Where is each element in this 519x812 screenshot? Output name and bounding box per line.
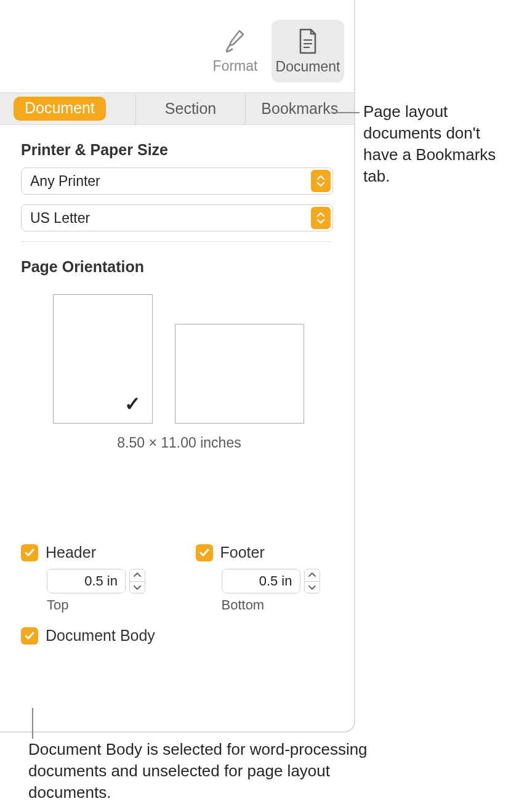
document-button[interactable]: Document bbox=[272, 20, 344, 82]
tab-document-label: Document bbox=[14, 97, 106, 121]
footer-margin-up[interactable] bbox=[305, 569, 320, 582]
printer-paper-title: Printer & Paper Size bbox=[21, 141, 333, 159]
inspector-toolbar: Format Document bbox=[0, 0, 354, 92]
paper-size-select[interactable]: US Letter bbox=[21, 204, 333, 231]
tab-bookmarks[interactable]: Bookmarks bbox=[246, 93, 354, 124]
document-inspector-panel: Format Document Document Section Bookma bbox=[0, 0, 355, 733]
document-body-checkbox-row: Document Body bbox=[21, 627, 333, 645]
orientation-section: Page Orientation ✓ 8.50 × 11.00 inches bbox=[0, 242, 354, 451]
header-margin-stepper: 0.5 in bbox=[47, 569, 159, 593]
paintbrush-icon bbox=[222, 28, 248, 54]
tab-section-label: Section bbox=[165, 100, 216, 118]
document-body-row: Document Body bbox=[0, 613, 354, 645]
format-button[interactable]: Format bbox=[199, 20, 272, 82]
header-margin-up[interactable] bbox=[130, 569, 145, 582]
orientation-options: ✓ bbox=[53, 294, 333, 424]
callout-document-body: Document Body is selected for word-proce… bbox=[28, 739, 373, 803]
callout-leader-line bbox=[331, 112, 360, 113]
header-sublabel: Top bbox=[47, 597, 159, 613]
printer-paper-section: Printer & Paper Size Any Printer US Lett… bbox=[0, 125, 354, 231]
document-label: Document bbox=[276, 58, 340, 75]
check-icon: ✓ bbox=[124, 392, 141, 416]
header-column: Header 0.5 in Top bbox=[21, 544, 159, 613]
paper-size-stepper[interactable] bbox=[311, 207, 331, 229]
footer-checkbox[interactable] bbox=[196, 544, 213, 561]
header-margin-buttons bbox=[129, 569, 145, 593]
header-checkbox[interactable] bbox=[21, 544, 38, 561]
format-label: Format bbox=[213, 58, 258, 74]
footer-margin-field[interactable]: 0.5 in bbox=[222, 569, 300, 593]
document-body-checkbox[interactable] bbox=[21, 627, 38, 645]
footer-label: Footer bbox=[220, 544, 265, 561]
callout-leader-line bbox=[32, 708, 33, 739]
header-checkbox-row: Header bbox=[21, 544, 159, 561]
tab-document[interactable]: Document bbox=[0, 93, 136, 124]
footer-checkbox-row: Footer bbox=[196, 544, 334, 561]
footer-sublabel: Bottom bbox=[222, 597, 334, 613]
header-margin-down[interactable] bbox=[130, 582, 145, 593]
footer-margin-buttons bbox=[304, 569, 320, 593]
inspector-tabbar: Document Section Bookmarks bbox=[0, 92, 354, 125]
header-margin-value: 0.5 in bbox=[84, 573, 118, 589]
footer-margin-down[interactable] bbox=[305, 582, 320, 593]
printer-select-value: Any Printer bbox=[30, 173, 100, 190]
footer-margin-stepper: 0.5 in bbox=[222, 569, 334, 593]
footer-column: Footer 0.5 in Bottom bbox=[196, 544, 334, 613]
header-label: Header bbox=[46, 544, 96, 561]
printer-select[interactable]: Any Printer bbox=[21, 167, 333, 195]
page-dimensions: 8.50 × 11.00 inches bbox=[53, 435, 305, 451]
callout-bookmarks: Page layout documents don't have a Bookm… bbox=[363, 101, 517, 187]
paper-size-value: US Letter bbox=[30, 210, 90, 227]
orientation-portrait[interactable]: ✓ bbox=[53, 294, 153, 424]
orientation-landscape[interactable] bbox=[175, 324, 304, 424]
document-icon bbox=[296, 28, 320, 55]
tab-section[interactable]: Section bbox=[136, 93, 245, 124]
footer-margin-value: 0.5 in bbox=[259, 573, 292, 589]
document-body-label: Document Body bbox=[46, 627, 155, 645]
orientation-title: Page Orientation bbox=[21, 258, 333, 276]
tab-bookmarks-label: Bookmarks bbox=[261, 100, 338, 118]
header-footer-row: Header 0.5 in Top bbox=[0, 544, 354, 613]
printer-select-stepper[interactable] bbox=[311, 170, 331, 192]
header-margin-field[interactable]: 0.5 in bbox=[47, 569, 126, 593]
